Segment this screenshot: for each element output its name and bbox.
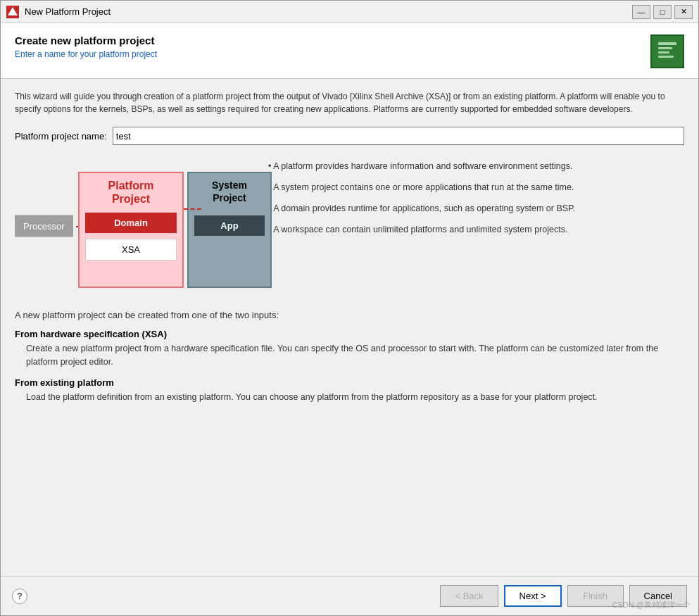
xsa-box: XSA	[85, 239, 177, 260]
info-paragraph: This wizard will guide you through creat…	[15, 90, 684, 115]
svg-rect-5	[658, 51, 669, 54]
project-name-row: Platform project name:	[15, 127, 684, 145]
inputs-section: A new platform project can be created fr…	[15, 310, 684, 403]
bullet-2: • A system project contains one or more …	[268, 180, 684, 194]
close-button[interactable]: ✕	[674, 5, 693, 19]
bullet-1: • A platform provides hardware informati…	[268, 159, 684, 173]
title-bar: New Platform Project — □ ✕	[1, 1, 698, 23]
svg-rect-6	[658, 56, 674, 58]
window-title: New Platform Project	[25, 6, 632, 17]
next-button[interactable]: Next >	[504, 585, 562, 607]
footer-left: ?	[12, 589, 27, 604]
from-existing-heading: From existing platform	[15, 377, 684, 388]
window-controls: — □ ✕	[632, 5, 693, 19]
from-xsa-desc: Create a new platform project from a har…	[15, 342, 684, 369]
watermark: CSDN @菜鸡渣滓一个	[612, 600, 691, 610]
system-project-box: SystemProject App	[187, 172, 272, 288]
bullet-4: • A workspace can contain unlimited plat…	[268, 222, 684, 237]
system-project-title: SystemProject	[212, 179, 247, 204]
diagram-info-section: Processor PlatformProject Domain XSA	[15, 159, 684, 293]
header-text: Create new platform project Enter a name…	[15, 34, 157, 59]
svg-rect-4	[658, 47, 672, 49]
diagram-area: Processor PlatformProject Domain XSA	[15, 159, 254, 293]
inputs-intro: A new platform project can be created fr…	[15, 310, 684, 320]
maximize-button[interactable]: □	[653, 5, 672, 19]
project-name-label: Platform project name:	[15, 131, 107, 142]
main-window: New Platform Project — □ ✕ Create new pl…	[0, 0, 699, 616]
app-icon	[6, 6, 19, 18]
dialog-subtitle: Enter a name for your platform project	[15, 49, 157, 59]
project-name-input[interactable]	[113, 127, 684, 145]
processor-box: Processor	[15, 215, 73, 237]
from-xsa-heading: From hardware specification (XSA)	[15, 329, 684, 339]
bullet-3: • A domain provides runtime for applicat…	[268, 201, 684, 215]
domain-box: Domain	[85, 213, 177, 233]
from-existing-desc: Load the platform definition from an exi…	[15, 391, 684, 404]
platform-project-title: PlatformProject	[108, 179, 154, 206]
header-icon	[650, 34, 684, 68]
back-button[interactable]: < Back	[440, 585, 498, 607]
help-button[interactable]: ?	[12, 589, 27, 604]
dialog-content: This wizard will guide you through creat…	[1, 79, 698, 576]
app-box: App	[194, 215, 265, 236]
platform-project-box: PlatformProject Domain XSA	[78, 172, 184, 288]
svg-rect-3	[658, 42, 676, 45]
dialog-header: Create new platform project Enter a name…	[1, 23, 698, 79]
minimize-button[interactable]: —	[632, 5, 650, 19]
dialog-footer: ? < Back Next > Finish Cancel	[1, 576, 698, 615]
connector-domain-app	[184, 208, 201, 210]
dialog-title: Create new platform project	[15, 34, 157, 46]
info-bullets: • A platform provides hardware informati…	[268, 159, 684, 293]
